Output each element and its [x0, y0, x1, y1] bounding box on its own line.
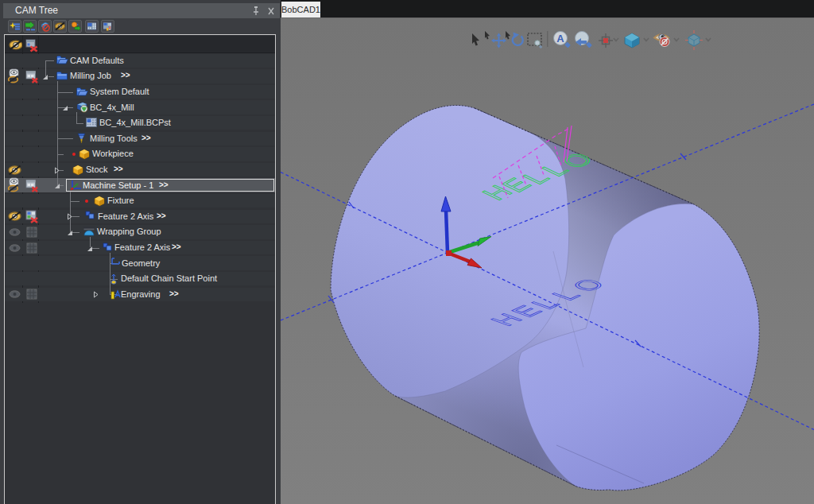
svg-text:A: A — [556, 33, 564, 45]
